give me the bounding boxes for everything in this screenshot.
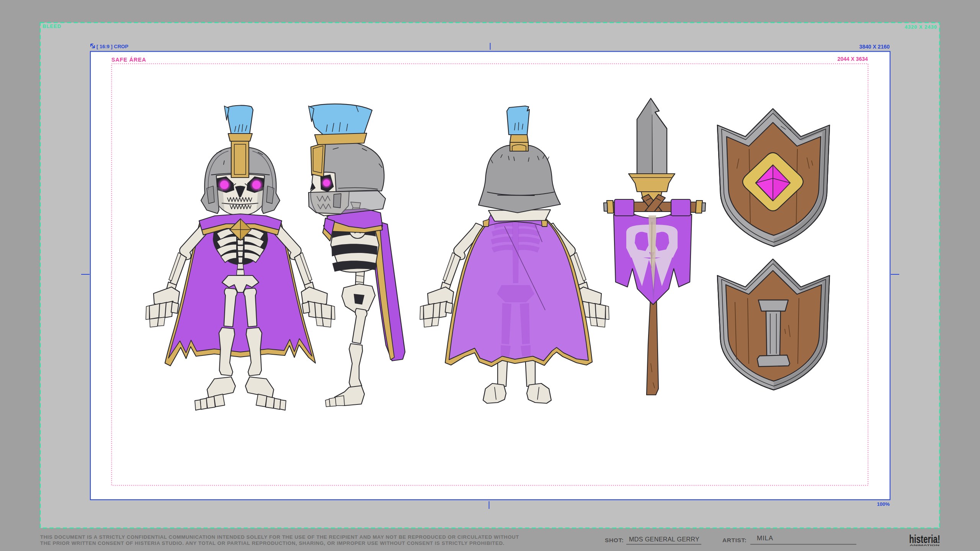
svg-text:ANIMATION: ANIMATION — [910, 544, 939, 546]
svg-text:4320 X 2430: 4320 X 2430 — [905, 24, 937, 30]
svg-text:MILA: MILA — [757, 535, 773, 542]
svg-text:ARTIST:: ARTIST: — [722, 537, 747, 543]
svg-text:3840 X 2160: 3840 X 2160 — [859, 44, 890, 50]
svg-text:THIS DOCUMENT IS A STRICTLY CO: THIS DOCUMENT IS A STRICTLY CONFIDENTIAL… — [40, 534, 519, 540]
svg-text:MDS GENERAL GERRY: MDS GENERAL GERRY — [629, 536, 699, 543]
svg-text:THE PRIOR WRITTEN CONSENT OF H: THE PRIOR WRITTEN CONSENT OF HISTERIA ST… — [40, 540, 505, 546]
svg-text:[ 16:9 ] CROP: [ 16:9 ] CROP — [96, 44, 128, 49]
svg-text:SHOT:: SHOT: — [605, 537, 624, 543]
svg-text:100%: 100% — [877, 501, 890, 507]
svg-text:histeria!: histeria! — [909, 533, 940, 545]
svg-text:BLEED: BLEED — [42, 23, 61, 29]
svg-text:SAFE ÁREA: SAFE ÁREA — [111, 57, 146, 63]
svg-text:2044 X 3634: 2044 X 3634 — [838, 56, 868, 62]
